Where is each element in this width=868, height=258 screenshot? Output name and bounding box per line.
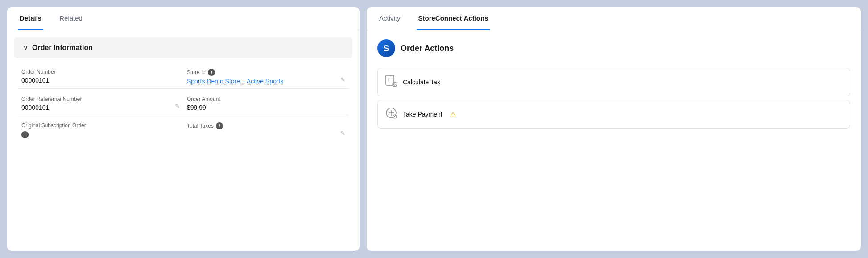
order-amount-label: Order Amount — [187, 96, 345, 102]
tab-related[interactable]: Related — [58, 7, 84, 30]
right-tabs: Activity StoreConnect Actions — [367, 7, 861, 30]
store-id-label: Store Id i — [187, 69, 345, 76]
svg-text:|||: ||| — [387, 78, 393, 81]
order-actions-header: S Order Actions — [367, 30, 861, 64]
original-subscription-value: i — [21, 130, 180, 138]
original-subscription-info-icon[interactable]: i — [21, 131, 29, 138]
total-taxes-edit-icon[interactable]: ✎ — [340, 130, 345, 137]
order-information-section[interactable]: ∨ Order Information — [14, 37, 352, 58]
left-panel: Details Related ∨ Order Information Orde… — [7, 7, 360, 251]
storeconnect-logo-icon: S — [377, 39, 395, 57]
store-id-info-icon[interactable]: i — [208, 69, 215, 76]
fields-grid: Order Number 00000101 Store Id i Sports … — [7, 62, 360, 142]
field-order-amount: Order Amount $99.99 — [183, 89, 349, 115]
left-tabs: Details Related — [7, 7, 360, 30]
order-reference-label: Order Reference Number — [21, 96, 180, 102]
tab-details[interactable]: Details — [18, 7, 43, 30]
calculate-tax-label: Calculate Tax — [403, 79, 440, 86]
order-number-label: Order Number — [21, 69, 180, 75]
field-store-id: Store Id i Sports Demo Store – Active Sp… — [183, 62, 349, 89]
take-payment-warning-icon: ⚠ — [450, 110, 456, 119]
order-amount-value: $99.99 — [187, 104, 345, 111]
total-taxes-info-icon[interactable]: i — [216, 122, 223, 129]
actions-body: ||| % Calculate Tax Take Payment ⚠ — [367, 64, 861, 132]
svg-text:%: % — [394, 83, 397, 87]
tab-storeconnect-actions[interactable]: StoreConnect Actions — [417, 7, 490, 30]
right-panel: Activity StoreConnect Actions S Order Ac… — [367, 7, 861, 251]
take-payment-label: Take Payment — [403, 111, 442, 118]
order-reference-edit-icon[interactable]: ✎ — [175, 103, 180, 109]
order-number-value: 00000101 — [21, 77, 180, 84]
order-reference-value: 00000101 — [21, 104, 180, 111]
take-payment-icon — [385, 107, 397, 122]
field-total-taxes: Total Taxes i ✎ — [183, 115, 349, 142]
chevron-down-icon: ∨ — [23, 44, 28, 51]
total-taxes-label: Total Taxes i — [187, 122, 345, 129]
original-subscription-label: Original Subscription Order — [21, 122, 180, 129]
field-order-number: Order Number 00000101 — [18, 62, 183, 89]
store-id-edit-icon[interactable]: ✎ — [340, 76, 345, 83]
calculate-tax-button[interactable]: ||| % Calculate Tax — [377, 68, 850, 96]
order-actions-title: Order Actions — [401, 44, 454, 53]
take-payment-button[interactable]: Take Payment ⚠ — [377, 100, 850, 129]
store-id-value[interactable]: Sports Demo Store – Active Sports — [187, 78, 345, 85]
calculate-tax-icon: ||| % — [385, 75, 397, 90]
tab-activity[interactable]: Activity — [377, 7, 402, 30]
field-original-subscription: Original Subscription Order i — [18, 115, 183, 142]
section-title: Order Information — [32, 44, 93, 52]
field-order-reference: Order Reference Number 00000101 ✎ — [18, 89, 183, 115]
